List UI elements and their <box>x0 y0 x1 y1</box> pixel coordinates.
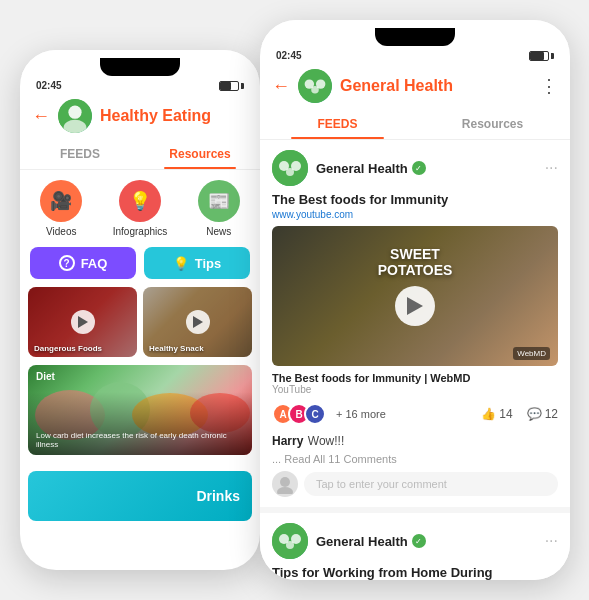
like-icon: 👍 <box>481 407 496 421</box>
like-btn-1[interactable]: 👍 14 <box>481 407 512 421</box>
cat-infographics-label: Infographics <box>113 226 167 237</box>
tips-button[interactable]: 💡 Tips <box>144 247 250 279</box>
tab-resources-front[interactable]: Resources <box>415 109 570 139</box>
verified-badge-2: ✓ <box>412 534 426 548</box>
status-time-back: 02:45 <box>36 80 62 91</box>
news-icon: 📰 <box>198 180 240 222</box>
video-row-back: Dangerous Foods Healthy Snack <box>20 287 260 365</box>
drinks-card[interactable]: Drinks <box>28 471 252 521</box>
svg-marker-4 <box>193 316 203 328</box>
video-source-1: YouTube <box>272 384 558 395</box>
app-header-back: ← Healthy Eating <box>20 93 260 139</box>
cat-videos-label: Videos <box>46 226 76 237</box>
tab-bar-front: FEEDS Resources <box>260 109 570 140</box>
comment-row-1: Harry Wow!!! <box>272 431 558 449</box>
post-title-1: The Best foods for Immunity <box>272 192 558 207</box>
svg-point-19 <box>277 487 293 494</box>
video-bg-1: SWEETPOTATOES WebMD <box>272 226 558 366</box>
diet-desc: Low carb diet increases the risk of earl… <box>36 431 244 449</box>
verified-badge-1: ✓ <box>412 161 426 175</box>
svg-point-18 <box>280 477 290 487</box>
svg-point-1 <box>68 106 81 119</box>
svg-marker-3 <box>78 316 88 328</box>
comment-wow: Wow!!! <box>308 434 344 448</box>
post-author-2: General Health <box>316 534 408 549</box>
post-name-row-1: General Health ✓ <box>316 161 537 176</box>
battery-front <box>529 51 554 61</box>
status-bar-back: 02:45 <box>20 76 260 93</box>
diet-card[interactable]: Diet Low carb diet increases the risk of… <box>28 365 252 455</box>
videos-icon: 🎥 <box>40 180 82 222</box>
cat-infographics[interactable]: 💡 Infographics <box>113 180 167 237</box>
sweet-potatoes-text: SWEETPOTATOES <box>378 246 453 278</box>
video-play-big-1[interactable] <box>395 286 435 326</box>
post-more-1[interactable]: ··· <box>545 159 558 177</box>
tips-icon: 💡 <box>173 256 189 271</box>
tab-feeds-front[interactable]: FEEDS <box>260 109 415 139</box>
more-dots-front[interactable]: ⋮ <box>540 75 558 97</box>
faq-icon: ? <box>59 255 75 271</box>
battery-back <box>219 81 244 91</box>
video-caption-1: The Best foods for Immunity | WebMD <box>272 372 558 384</box>
video-label-2: Healthy Snack <box>149 344 204 353</box>
post-name-row-2: General Health ✓ <box>316 534 537 549</box>
video-card-healthy[interactable]: Healthy Snack <box>143 287 252 357</box>
diet-title: Diet <box>36 371 55 382</box>
feed-post-2: General Health ✓ ··· Tips for Working fr… <box>260 513 570 580</box>
feed-post-1: General Health ✓ ··· The Best foods for … <box>260 140 570 513</box>
cat-news-label: News <box>206 226 231 237</box>
drinks-label: Drinks <box>196 488 240 504</box>
svg-point-16 <box>286 168 294 176</box>
comment-input-row: Tap to enter your comment <box>272 471 558 497</box>
svg-point-23 <box>286 541 294 549</box>
back-arrow-front[interactable]: ← <box>272 76 290 97</box>
status-time-front: 02:45 <box>276 50 302 61</box>
commenter-name-1: Harry <box>272 434 303 448</box>
reactions-more-count[interactable]: + 16 more <box>336 408 386 420</box>
svg-marker-17 <box>407 297 423 315</box>
svg-point-12 <box>311 86 319 94</box>
read-all-link[interactable]: ... Read All 11 Comments <box>272 453 558 465</box>
tab-resources-back[interactable]: Resources <box>140 139 260 169</box>
category-row-back: 🎥 Videos 💡 Infographics 📰 News <box>20 170 260 247</box>
notch-back <box>100 58 180 76</box>
post-header-2: General Health ✓ ··· <box>272 523 558 559</box>
infographics-icon: 💡 <box>119 180 161 222</box>
tab-feeds-back[interactable]: FEEDS <box>20 139 140 169</box>
phone-front: 02:45 ← General Health ⋮ FEEDS Resources <box>260 20 570 580</box>
post-author-1: General Health <box>316 161 408 176</box>
back-arrow-back[interactable]: ← <box>32 106 50 127</box>
app-title-front: General Health <box>340 77 532 95</box>
video-card-dangerous[interactable]: Dangerous Foods <box>28 287 137 357</box>
diet-overlay: Diet Low carb diet increases the risk of… <box>28 365 252 455</box>
avatar-front <box>298 69 332 103</box>
app-title-back: Healthy Eating <box>100 107 248 125</box>
comment-input[interactable]: Tap to enter your comment <box>304 472 558 496</box>
status-bar-front: 02:45 <box>260 46 570 63</box>
reactions-row-1: A B C + 16 more 👍 14 💬 12 <box>272 403 558 425</box>
video-preview-1[interactable]: SWEETPOTATOES WebMD <box>272 226 558 366</box>
phone-back: 02:45 ← Healthy Eating FEEDS Resources 🎥… <box>20 50 260 570</box>
avatar-back <box>58 99 92 133</box>
action-row-back: ? FAQ 💡 Tips <box>20 247 260 287</box>
post-link-1[interactable]: www.youtube.com <box>272 209 558 220</box>
post-more-2[interactable]: ··· <box>545 532 558 550</box>
play-btn-1[interactable] <box>71 310 95 334</box>
cat-videos[interactable]: 🎥 Videos <box>40 180 82 237</box>
comment-count: 12 <box>545 407 558 421</box>
comment-icon: 💬 <box>527 407 542 421</box>
webmd-watermark: WebMD <box>513 347 550 360</box>
like-count: 14 <box>499 407 512 421</box>
faq-button[interactable]: ? FAQ <box>30 247 136 279</box>
post-avatar-2 <box>272 523 308 559</box>
notch-front <box>375 28 455 46</box>
cat-news[interactable]: 📰 News <box>198 180 240 237</box>
comment-user-avatar <box>272 471 298 497</box>
post-header-1: General Health ✓ ··· <box>272 150 558 186</box>
comment-btn-1[interactable]: 💬 12 <box>527 407 558 421</box>
play-btn-2[interactable] <box>186 310 210 334</box>
avatars-stack: A B C <box>272 403 326 425</box>
video-label-1: Dangerous Foods <box>34 344 102 353</box>
app-header-front: ← General Health ⋮ <box>260 63 570 109</box>
post-title-2: Tips for Working from Home During Quaran… <box>272 565 558 580</box>
